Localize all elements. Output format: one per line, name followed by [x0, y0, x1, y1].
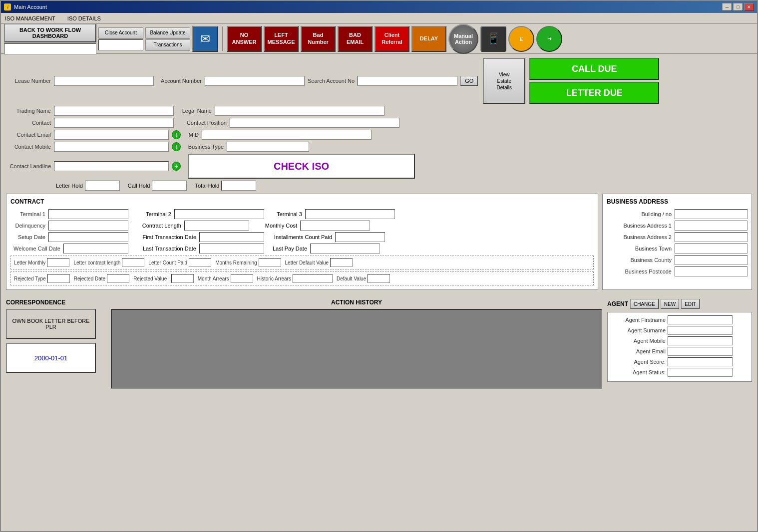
terminal1-input[interactable] [48, 209, 128, 219]
close-btn[interactable]: ✕ [744, 3, 754, 11]
agent-new-button[interactable]: NEW [661, 299, 679, 309]
search-account-input[interactable] [358, 76, 457, 86]
mid-input[interactable] [202, 130, 372, 140]
pound-icon: £ [520, 36, 523, 42]
postcode-input[interactable] [675, 266, 748, 276]
back-to-dashboard-button[interactable]: BACK TO WORK FLOW DASHBOARD [4, 23, 96, 42]
delinquency-input[interactable] [48, 221, 128, 231]
business-type-input[interactable] [227, 142, 309, 152]
lease-number-input[interactable] [54, 76, 154, 86]
last-transaction-input[interactable] [199, 244, 264, 254]
total-hold-input[interactable] [221, 181, 256, 191]
contact-landline-input[interactable] [54, 161, 169, 171]
default-value-input[interactable] [368, 274, 390, 283]
contact-email-input[interactable] [54, 130, 169, 140]
first-transaction-label: First Transaction Date [131, 234, 196, 240]
email-button[interactable]: ✉ [192, 26, 218, 52]
menu-iso-management[interactable]: ISO MANAGEMENT [3, 14, 57, 22]
trading-name-input[interactable] [54, 106, 174, 116]
setup-date-input[interactable] [48, 232, 128, 242]
bad-email-button[interactable]: BAD EMAIL [338, 26, 373, 52]
landline-checkiso-row: Contact Landline + CHECK ISO [6, 154, 752, 179]
letter-hold-input[interactable] [85, 181, 120, 191]
minimize-btn[interactable]: ─ [722, 3, 732, 11]
default-value-label: Default Value [337, 276, 366, 281]
letter-monthly-input[interactable] [47, 258, 69, 267]
call-due-button[interactable]: CALL DUE [529, 58, 659, 80]
transactions-button[interactable]: Transactions [145, 39, 190, 50]
agent-status-input[interactable] [668, 368, 733, 377]
monthly-cost-input[interactable] [300, 221, 370, 231]
delay-button[interactable]: DELAY [411, 26, 446, 52]
historic-arrears-label: Historic Arrears [257, 276, 291, 281]
left-message-button[interactable]: LEFT MESSAGE [264, 26, 299, 52]
no-answer-button[interactable]: NO ANSWER [227, 26, 262, 52]
email-plus-button[interactable]: + [172, 130, 181, 139]
letter-default-value-input[interactable] [330, 258, 353, 267]
address2-row: Business Address 2 [607, 232, 748, 242]
balance-update-button[interactable]: Balance Update [145, 27, 190, 38]
historic-arrears-input[interactable] [293, 274, 333, 283]
close-account-button[interactable]: Close Account [98, 27, 143, 38]
call-hold-input[interactable] [152, 181, 187, 191]
rejected-type-input[interactable] [47, 274, 70, 283]
legal-name-input[interactable] [215, 106, 384, 116]
month-arrears-input[interactable] [231, 274, 253, 283]
check-iso-button[interactable]: CHECK ISO [188, 154, 415, 179]
client-referral-button[interactable]: Client Referral [375, 26, 409, 52]
account-number-input[interactable] [205, 76, 305, 86]
letter-due-button[interactable]: LETTER DUE [529, 82, 659, 104]
window-controls: ─ □ ✕ [722, 3, 754, 11]
view-estate-button[interactable]: View Estate Details [483, 58, 525, 104]
address2-input[interactable] [675, 232, 748, 242]
business-address-title: BUSINESS ADDRESS [607, 198, 748, 205]
next-button[interactable]: ➜ [536, 26, 562, 52]
pound-button[interactable]: £ [508, 26, 534, 52]
welcome-call-input[interactable] [63, 244, 128, 254]
agent-firstname-row: Agent Firstname [611, 315, 749, 324]
letter-contract-length-input[interactable] [122, 258, 144, 267]
agent-change-button[interactable]: CHANGE [630, 299, 659, 309]
agent-email-input[interactable] [668, 347, 733, 356]
county-input[interactable] [675, 255, 748, 265]
contact-position-input[interactable] [230, 118, 399, 128]
go-button[interactable]: GO [460, 76, 478, 86]
mid-label: MID [184, 132, 199, 138]
bad-number-button[interactable]: Bad Number [301, 26, 336, 52]
building-input[interactable] [675, 209, 748, 219]
months-remaining-input[interactable] [259, 258, 281, 267]
terminal2-input[interactable] [174, 209, 264, 219]
setup-row: Setup Date First Transaction Date Instal… [10, 232, 594, 242]
title-bar: 💰 Main Account ─ □ ✕ [1, 1, 757, 13]
maximize-btn[interactable]: □ [733, 3, 743, 11]
agent-firstname-input[interactable] [668, 315, 733, 324]
first-transaction-input[interactable] [199, 232, 264, 242]
landline-plus-button[interactable]: + [172, 162, 181, 171]
correspondence-letter-button[interactable]: OWN BOOK LETTER BEFORE PLR [6, 309, 96, 339]
toolbar-input-2[interactable] [98, 39, 143, 50]
agent-edit-button[interactable]: EDIT [681, 299, 700, 309]
last-pay-input[interactable] [310, 244, 380, 254]
mobile-plus-button[interactable]: + [172, 142, 181, 151]
letter-count-paid-input[interactable] [189, 258, 211, 267]
agent-score-input[interactable] [668, 357, 733, 366]
rejected-value-input[interactable] [171, 274, 194, 283]
rejected-date-input[interactable] [107, 274, 129, 283]
agent-surname-input[interactable] [668, 326, 733, 335]
contact-input[interactable] [54, 118, 174, 128]
action-history-title: ACTION HISTORY [111, 299, 602, 306]
menu-iso-details[interactable]: ISO DETAILS [65, 14, 103, 22]
address1-row: Business Address 1 [607, 221, 748, 231]
manual-action-button[interactable]: Manual Action [448, 24, 478, 54]
contract-length-input[interactable] [184, 221, 249, 231]
agent-email-label: Agent Email [611, 348, 666, 354]
phone-button[interactable]: 📱 [480, 26, 506, 52]
installments-input[interactable] [335, 232, 385, 242]
town-input[interactable] [675, 244, 748, 254]
toolbar-input-1[interactable] [4, 43, 96, 54]
agent-score-label: Agent Score: [611, 359, 666, 365]
address1-input[interactable] [675, 221, 748, 231]
agent-mobile-input[interactable] [668, 336, 733, 345]
terminal3-input[interactable] [305, 209, 395, 219]
contact-mobile-input[interactable] [54, 142, 169, 152]
